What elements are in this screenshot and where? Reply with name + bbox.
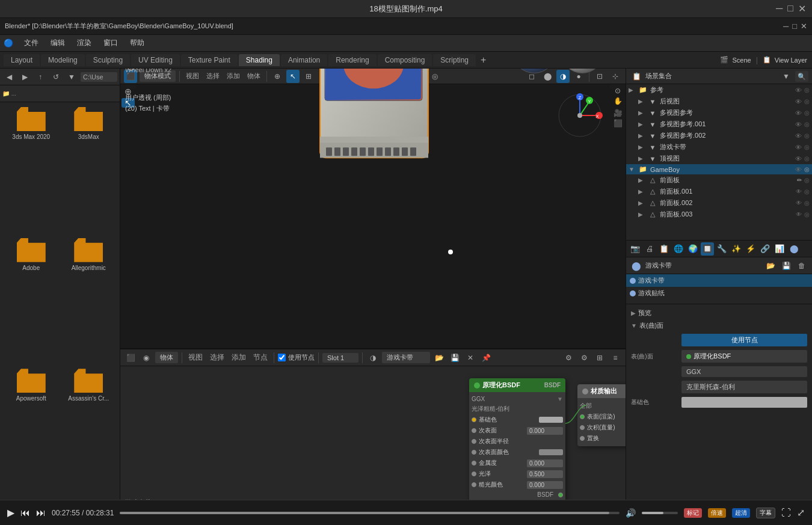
ol-vis-icon[interactable]: 👁 <box>795 121 802 128</box>
object-menu-btn[interactable]: 物体 <box>245 70 263 83</box>
fb-refresh-button[interactable]: ↺ <box>49 70 63 84</box>
ne-pin[interactable]: 📌 <box>479 351 493 364</box>
video-volume-bar[interactable] <box>642 512 678 514</box>
tab-modeling[interactable]: Modeling <box>41 54 85 66</box>
app-minimize-button[interactable]: ─ <box>783 22 789 31</box>
minimize-button[interactable]: ─ <box>776 3 783 14</box>
material-output-node[interactable]: 材质输出 全部 ▼ 表面(渲染) <box>577 384 626 446</box>
ol-vis-icon[interactable]: 👁 <box>796 200 802 206</box>
ol-item-reference[interactable]: ▶ 📁 参考 👁 ◎ <box>626 84 812 96</box>
menu-help[interactable]: 帮助 <box>125 37 149 49</box>
ol-item-backview[interactable]: ▶ ▼ 后视图 👁 ◎ <box>626 96 812 107</box>
ne-mat-selector[interactable]: 游戏卡带 <box>382 352 430 363</box>
fb-forward-button[interactable]: ▶ <box>18 70 31 84</box>
ol-item-topview[interactable]: ▶ ▼ 顶视图 👁 ◎ <box>626 153 812 164</box>
fb-path-input[interactable]: C:\Use <box>81 72 117 82</box>
ol-render-icon[interactable]: ◎ <box>804 87 810 93</box>
prop-object-btn[interactable]: 🔲 <box>701 242 714 256</box>
ol-item-multiref001[interactable]: ▶ ▼ 多视图参考.001 👁 ◎ <box>626 118 812 130</box>
tab-add-button[interactable]: + <box>477 54 490 67</box>
mat-basecolor-swatch[interactable] <box>681 397 807 408</box>
ol-item-multiref[interactable]: ▶ ▼ 多视图参考 👁 ◎ <box>626 107 812 118</box>
ne-fit-view[interactable]: ⊞ <box>593 351 606 364</box>
ne-slot-dropdown[interactable]: Slot 1 <box>322 353 358 363</box>
mat-item-gamesticker[interactable]: 游戏贴纸 <box>626 287 812 299</box>
node-canvas[interactable]: 原理化BSDF BSDF GGX ▼ 光泽粗糙-伯利 <box>120 366 626 512</box>
prop-output-btn[interactable]: 🖨 <box>643 242 656 256</box>
ol-render-icon[interactable]: ◎ <box>804 109 810 116</box>
ol-render-icon[interactable]: ◎ <box>804 132 810 139</box>
prop-material-btn[interactable]: ⬤ <box>787 242 801 256</box>
ol-vis-icon[interactable]: 👁 <box>795 144 802 151</box>
navigation-gizmo[interactable]: X Y Z <box>556 91 604 140</box>
ne-mat-browse[interactable]: 📂 <box>432 351 446 364</box>
fb-item-3dsmax[interactable]: 3dsMax <box>63 107 115 233</box>
ol-mode-icon[interactable]: 📋 <box>630 70 643 83</box>
ol-render-icon[interactable]: ◎ <box>804 188 810 195</box>
tab-animation[interactable]: Animation <box>281 54 327 66</box>
ol-filter-btn[interactable]: ▼ <box>780 70 793 83</box>
ne-header-icon[interactable]: ⬛ <box>124 351 137 364</box>
cursor-tool[interactable]: ⊕ <box>271 70 284 83</box>
ol-item-gameboy[interactable]: ▼ 📁 GameBoy 👁 ◎ <box>626 164 812 174</box>
video-badge-hd[interactable]: 超清 <box>732 508 750 518</box>
ne-mat-delete[interactable]: ✕ <box>464 351 477 364</box>
close-button[interactable]: ✕ <box>798 3 806 14</box>
ne-select-btn[interactable]: 选择 <box>208 351 227 364</box>
bsdf-basecolor-swatch[interactable] <box>539 417 563 423</box>
video-volume-icon[interactable]: 🔊 <box>626 508 636 518</box>
tab-uvediting[interactable]: UV Editing <box>131 54 180 66</box>
mat-save-btn[interactable]: 💾 <box>780 259 793 272</box>
video-next-button[interactable]: ⏭ <box>36 508 46 518</box>
ol-render-icon[interactable]: ◎ <box>804 98 810 105</box>
tab-shading[interactable]: Shading <box>239 54 280 66</box>
app-close-button[interactable]: ✕ <box>801 22 807 31</box>
ol-render-icon[interactable]: ◎ <box>804 166 810 173</box>
video-badge-sub[interactable]: 字幕 <box>756 508 775 518</box>
ol-vis-icon[interactable]: 👁 <box>795 166 802 173</box>
fb-item-apowersoft[interactable]: Apowersoft <box>5 369 58 495</box>
ol-search[interactable]: 🔍 <box>795 71 808 82</box>
video-prev-button[interactable]: ⏮ <box>20 508 30 518</box>
select-menu-btn[interactable]: 选择 <box>204 70 222 83</box>
ne-preview-icon[interactable]: ◑ <box>366 351 380 364</box>
scene-selector[interactable]: Scene <box>732 57 751 64</box>
maximize-button[interactable]: □ <box>787 3 793 14</box>
fb-up-button[interactable]: ↑ <box>34 70 47 84</box>
ne-add-btn[interactable]: 添加 <box>229 351 248 364</box>
ol-render-icon[interactable]: ◎ <box>804 177 810 183</box>
ol-vis-icon[interactable]: 👁 <box>796 211 802 218</box>
tab-sculpting[interactable]: Sculpting <box>86 54 130 66</box>
tab-layout[interactable]: Layout <box>4 54 40 66</box>
mat-delete-btn[interactable]: 🗑 <box>795 259 808 272</box>
prop-particles-btn[interactable]: ✨ <box>730 242 743 256</box>
fb-back-button[interactable]: ◀ <box>2 70 16 84</box>
ol-render-icon[interactable]: ◎ <box>804 211 810 218</box>
ol-item-frontpanel[interactable]: ▶ △ 前面板 ✏ ◎ <box>626 174 812 186</box>
mat-preview-section[interactable]: ▶ 预览 <box>629 307 810 319</box>
menu-edit[interactable]: 编辑 <box>46 37 70 49</box>
video-fullscreen-button[interactable]: ⤢ <box>797 507 805 518</box>
ol-item-frontpanel002[interactable]: ▶ △ 前面板.002 👁 ◎ <box>626 197 812 209</box>
ne-settings2[interactable]: ⚙ <box>577 351 591 364</box>
ne-mat-save[interactable]: 💾 <box>448 351 461 364</box>
mat-use-nodes-btn[interactable]: 使用节点 <box>681 334 807 346</box>
prop-data-btn[interactable]: 📊 <box>773 242 786 256</box>
fb-item-adobe[interactable]: Adobe <box>5 238 58 364</box>
viewlayer-selector[interactable]: View Layer <box>775 57 807 64</box>
ol-vis-icon[interactable]: 👁 <box>795 109 802 117</box>
ne-use-nodes-checkbox[interactable] <box>278 354 286 361</box>
tab-rendering[interactable]: Rendering <box>328 54 376 66</box>
ne-node-btn[interactable]: 节点 <box>251 351 270 364</box>
mat-shader-selector[interactable]: 原理化BSDF <box>681 350 807 363</box>
tab-compositing[interactable]: Compositing <box>378 54 432 66</box>
prop-modifier-btn[interactable]: 🔧 <box>715 242 728 256</box>
video-pip-button[interactable]: ⛶ <box>781 508 791 518</box>
fb-item-3dsmax2020[interactable]: 3ds Max 2020 <box>5 107 58 233</box>
ol-vis-icon[interactable]: 👁 <box>795 98 802 105</box>
ol-item-frontpanel001[interactable]: ▶ △ 前面板.001 👁 ◎ <box>626 186 812 197</box>
bsdf-node[interactable]: 原理化BSDF BSDF GGX ▼ 光泽粗糙-伯利 <box>469 378 565 502</box>
video-badge-speed[interactable]: 倍速 <box>708 508 726 518</box>
fb-item-assassins[interactable]: Assassin's Cr... <box>63 369 115 495</box>
prop-scene-btn[interactable]: 🌐 <box>672 242 685 256</box>
